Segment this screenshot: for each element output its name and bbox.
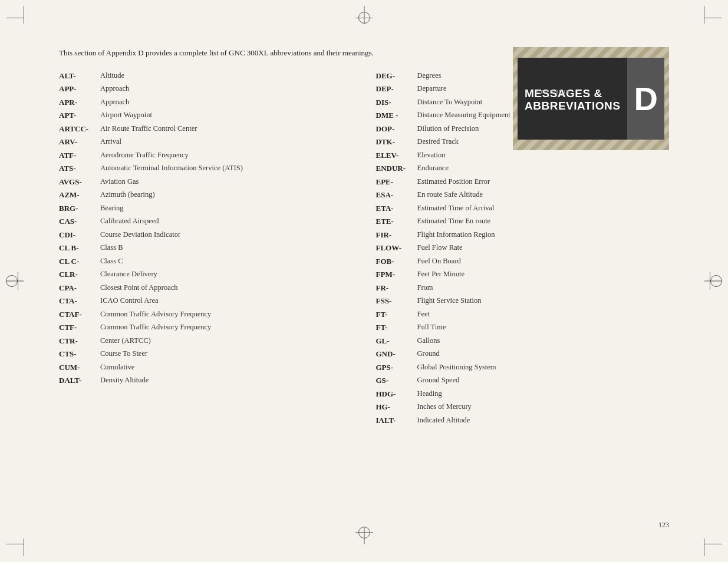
abbreviation-definition: Common Traffic Advisory Frequency [100, 309, 211, 320]
abbreviation-definition: Arrival [100, 136, 121, 148]
abbreviation-definition: Gallons [417, 335, 440, 347]
page-number: 123 [658, 521, 669, 530]
content-area: This section of Appendix D provides a co… [59, 47, 669, 515]
abbreviation-definition: Closest Point of Approach [100, 282, 178, 294]
abbreviation-definition: Heading [417, 388, 442, 400]
abbreviation-term: ATF- [59, 150, 100, 161]
abbreviation-term: EPE- [376, 176, 417, 188]
list-item: CL B-Class B [59, 242, 353, 254]
crop-mark-br-v [704, 538, 704, 556]
abbreviation-term: DME - [376, 110, 417, 121]
abbreviation-definition: Azimuth (bearing) [100, 189, 155, 201]
abbreviation-definition: Course Deviation Indicator [100, 229, 180, 241]
list-item: AVGS-Aviation Gas [59, 176, 353, 188]
abbreviation-definition: En route Safe Altitude [417, 189, 483, 201]
list-item: GL-Gallons [376, 335, 670, 347]
reg-mark-bottom [358, 527, 370, 538]
crop-mark-tr-v [704, 6, 704, 24]
list-item: FPM-Feet Per Minute [376, 269, 670, 280]
crop-mark-tr-h [704, 18, 722, 18]
abbreviation-definition: Feet [417, 309, 430, 320]
abbreviation-term: CTF- [59, 322, 100, 333]
abbreviation-term: BRG- [59, 203, 100, 214]
list-item: GS-Ground Speed [376, 375, 670, 386]
abbreviation-term: ATS- [59, 163, 100, 174]
list-item: FOB-Fuel On Board [376, 256, 670, 267]
abbreviation-term: GS- [376, 375, 417, 386]
abbreviation-definition: Degrees [417, 70, 442, 82]
abbreviation-definition: ICAO Control Area [100, 295, 159, 307]
abbreviation-definition: Cumulative [100, 362, 134, 373]
abbreviation-definition: Distance Measuring Equipment [417, 110, 510, 121]
abbreviation-definition: Approach [100, 97, 129, 108]
abbreviation-term: APT- [59, 110, 100, 121]
list-item: CPA-Closest Point of Approach [59, 282, 353, 294]
abbreviation-definition: Class B [100, 242, 123, 254]
list-item: GPS-Global Positioning System [376, 362, 670, 373]
abbreviation-term: APR- [59, 97, 100, 108]
abbreviation-term: CTR- [59, 335, 100, 347]
abbreviation-definition: Full Time [417, 322, 446, 333]
abbreviation-definition: Elevation [417, 150, 446, 161]
list-item: FIR-Flight Information Region [376, 229, 670, 241]
abbreviation-term: CDI- [59, 229, 100, 241]
abbreviation-definition: Airport Waypoint [100, 110, 152, 121]
abbreviation-definition: Departure [417, 83, 447, 95]
abbreviation-term: FOB- [376, 256, 417, 267]
list-item: BRG-Bearing [59, 203, 353, 214]
abbreviation-definition: Aviation Gas [100, 176, 139, 188]
list-item: CTA-ICAO Control Area [59, 295, 353, 307]
crop-mark-br-h [704, 544, 722, 544]
abbreviation-term: DTK- [376, 136, 417, 148]
abbreviation-term: HDG- [376, 388, 417, 400]
list-item: HDG-Heading [376, 388, 670, 400]
list-item: ELEV-Elevation [376, 150, 670, 161]
abbreviation-definition: Ground Speed [417, 375, 460, 386]
abbreviation-definition: Dilution of Precision [417, 123, 479, 135]
abbreviation-term: FT- [376, 322, 417, 333]
list-item: ESA-En route Safe Altitude [376, 189, 670, 201]
list-item: CTR-Center (ARTCC) [59, 335, 353, 347]
reg-mark-top [358, 12, 370, 24]
abbreviation-definition: Flight Information Region [417, 229, 495, 241]
list-item: DEG-Degrees [376, 70, 670, 82]
abbreviation-term: CL B- [59, 242, 100, 254]
abbreviation-term: IALT- [376, 415, 417, 427]
abbreviations-columns: ALT-AltitudeAPP-ApproachAPR-ApproachAPT-… [59, 70, 669, 428]
abbreviation-definition: Flight Service Station [417, 295, 482, 307]
abbreviation-definition: Approach [100, 83, 129, 95]
abbreviation-term: CPA- [59, 282, 100, 294]
abbreviation-definition: Feet Per Minute [417, 269, 465, 280]
abbreviation-definition: Center (ARTCC) [100, 335, 151, 347]
abbreviation-term: FPM- [376, 269, 417, 280]
list-item: DEP-Departure [376, 83, 670, 95]
list-item: ARV-Arrival [59, 136, 353, 148]
abbreviation-term: FIR- [376, 229, 417, 241]
list-item: CL C-Class C [59, 256, 353, 267]
list-item: CLR-Clearance Delivery [59, 269, 353, 280]
abbreviation-definition: Fuel On Board [417, 256, 461, 267]
abbreviation-term: ETA- [376, 203, 417, 214]
list-item: DOP-Dilution of Precision [376, 123, 670, 135]
crop-mark-bl-h [6, 544, 24, 544]
abbreviation-term: GPS- [376, 362, 417, 373]
list-item: APP-Approach [59, 83, 353, 95]
abbreviation-definition: Air Route Traffic Control Center [100, 123, 197, 135]
abbreviation-term: CLR- [59, 269, 100, 280]
abbreviation-term: DEP- [376, 83, 417, 95]
list-item: HG-Inches of Mercury [376, 401, 670, 413]
crop-mark-tl-v [24, 6, 24, 24]
abbreviation-definition: From [417, 282, 433, 294]
abbreviation-definition: Course To Steer [100, 348, 147, 360]
abbreviation-definition: Clearance Delivery [100, 269, 157, 280]
abbreviation-definition: Inches of Mercury [417, 401, 472, 413]
abbreviation-definition: Ground [417, 348, 440, 360]
intro-paragraph: This section of Appendix D provides a co… [59, 47, 401, 59]
abbreviation-term: DEG- [376, 70, 417, 82]
list-item: CDI-Course Deviation Indicator [59, 229, 353, 241]
list-item: APR-Approach [59, 97, 353, 108]
crop-mark-tl-h [6, 18, 24, 18]
page-container: APPENDIX MESSAGES & ABBREVIATIONS D This… [0, 0, 728, 562]
list-item: ARTCC-Air Route Traffic Control Center [59, 123, 353, 135]
abbreviation-term: DOP- [376, 123, 417, 135]
